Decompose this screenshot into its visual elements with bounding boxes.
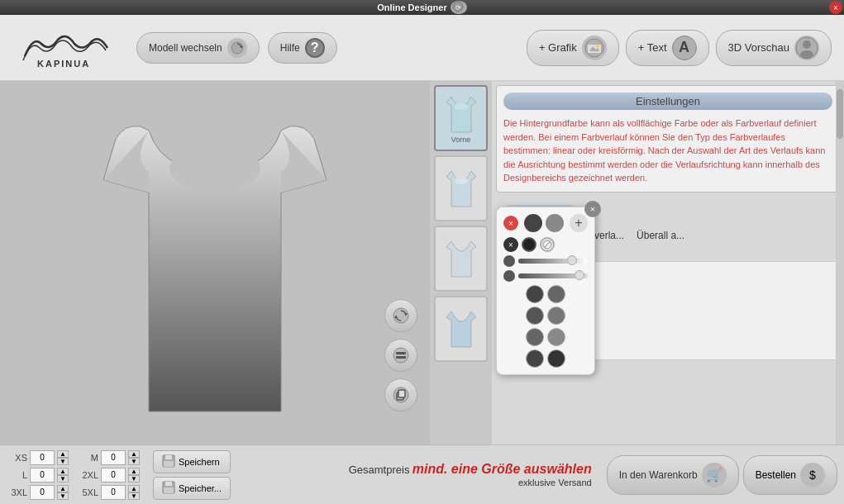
hilfe-button[interactable]: Hilfe ? — [268, 32, 337, 64]
main-container: KAPINUA DESIGNWEAR Modell wechseln Hilfe… — [0, 15, 844, 504]
ueberall-label: Überall a... — [637, 230, 684, 241]
size-row-l-2xl: L ▲ ▼ 2XL ▲ ▼ — [7, 468, 140, 483]
gesamtpreis-row: Gesamtpreis mind. eine Größe auswählen — [349, 462, 592, 477]
shirt-svg — [91, 106, 339, 420]
size-5xl-up[interactable]: ▲ — [128, 485, 140, 492]
bestellen-button[interactable]: Bestellen $ — [743, 455, 837, 495]
text-button[interactable]: + Text A — [626, 30, 709, 66]
swatch-4[interactable] — [547, 307, 565, 325]
size-xs-input[interactable] — [30, 450, 55, 465]
svg-rect-30 — [164, 487, 174, 493]
thumbnail-4[interactable] — [434, 296, 488, 362]
cp-no-sign — [540, 237, 555, 252]
bottom-action-icons — [384, 299, 417, 411]
size-m-up[interactable]: ▲ — [128, 450, 140, 458]
modell-wechseln-button[interactable]: Modell wechseln — [136, 32, 260, 64]
top-bar-title: Online Designer — [377, 2, 446, 12]
cp-slider-1[interactable] — [518, 259, 588, 264]
size-2xl-input[interactable] — [101, 468, 126, 483]
cp-color-row-2 — [503, 307, 588, 325]
header-right-buttons: + Grafik + Text A 3D Vorschau — [527, 30, 832, 66]
color-picker-close[interactable]: × — [584, 201, 601, 217]
svg-rect-18 — [396, 352, 406, 354]
cp-color-row-3 — [503, 328, 588, 346]
swatch-2[interactable] — [547, 285, 565, 303]
thumbnail-vorne[interactable]: Vorne — [434, 85, 488, 151]
cp-plus-button[interactable]: + — [570, 214, 588, 232]
size-m-stepper: ▲ ▼ — [128, 450, 140, 465]
cp-color-swatches — [503, 285, 588, 368]
size-3xl-down[interactable]: ▼ — [57, 492, 69, 500]
swatch-1[interactable] — [526, 285, 544, 303]
warenkorb-button[interactable]: In den Warenkorb 🛒 — [607, 455, 739, 495]
cp-color-row-1 — [503, 285, 588, 303]
size-m-input[interactable] — [101, 450, 126, 465]
vorschau-button[interactable]: 3D Vorschau — [716, 30, 832, 66]
scrollbar-thumb[interactable] — [837, 89, 843, 139]
size-3xl-input[interactable] — [30, 485, 55, 500]
cp-row-1: × — [503, 237, 588, 252]
size-3xl-up[interactable]: ▲ — [57, 485, 69, 492]
svg-rect-19 — [396, 356, 406, 359]
size-xs-down[interactable]: ▼ — [57, 458, 69, 465]
size-l-up[interactable]: ▲ — [57, 468, 69, 475]
ueberall-option[interactable]: Überall a... — [637, 230, 684, 241]
thumb-vorne-label: Vorne — [451, 136, 471, 144]
swatch-3[interactable] — [526, 307, 544, 325]
svg-point-9 — [596, 45, 599, 48]
size-l-down[interactable]: ▼ — [57, 475, 69, 483]
cp-slider-row-2 — [503, 270, 588, 282]
save-icon-1 — [162, 454, 175, 469]
size-2xl-down[interactable]: ▼ — [128, 475, 140, 483]
size-m-down[interactable]: ▼ — [128, 458, 140, 465]
cp-circle-dark[interactable] — [524, 214, 542, 232]
swatch-7[interactable] — [526, 349, 544, 368]
svg-point-13 — [169, 143, 260, 193]
cp-color-row-4 — [503, 349, 588, 368]
content-area: Vorne — [0, 81, 844, 445]
size-l-input[interactable] — [30, 468, 55, 483]
color-picker-popup: × × + × — [496, 207, 595, 375]
cp-circles — [524, 214, 564, 232]
right-scrollbar[interactable] — [836, 81, 844, 445]
thumbnail-3[interactable] — [434, 226, 488, 292]
size-2xl-up[interactable]: ▲ — [128, 468, 140, 475]
svg-point-23 — [455, 103, 468, 110]
cp-x-button[interactable]: × — [503, 216, 518, 231]
cart-area: In den Warenkorb 🛒 Bestellen $ — [607, 455, 837, 495]
swatch-8[interactable] — [547, 349, 565, 368]
layers-button[interactable] — [384, 339, 417, 372]
cp-sub-close[interactable]: × — [503, 237, 518, 252]
dollar-icon: $ — [800, 463, 825, 487]
save-button-1[interactable]: Speichern — [153, 450, 231, 473]
size-table: XS ▲ ▼ M ▲ ▼ L ▲ ▼ 2X — [7, 450, 140, 500]
gesamtpreis-label: Gesamtpreis — [349, 464, 410, 476]
size-xs-up[interactable]: ▲ — [57, 450, 69, 458]
cp-slider-2-thumb — [575, 270, 584, 280]
save-button-2[interactable]: Speicher... — [153, 477, 231, 500]
swatch-6[interactable] — [547, 328, 565, 346]
modell-icon — [227, 38, 247, 58]
svg-rect-22 — [398, 390, 405, 397]
swatch-5[interactable] — [526, 328, 544, 346]
copy-button[interactable] — [384, 378, 417, 411]
cp-slider-row-1 — [503, 255, 588, 267]
shirt-display — [70, 97, 360, 428]
save-label-2: Speicher... — [179, 483, 222, 493]
size-l-label: L — [7, 470, 27, 480]
grafik-button[interactable]: + Grafik — [527, 30, 619, 66]
cp-dark-swatch[interactable] — [522, 237, 536, 252]
size-l-stepper: ▲ ▼ — [57, 468, 69, 483]
shirt-panel — [0, 81, 430, 445]
grafik-label: + Grafik — [539, 41, 577, 54]
cp-circle-mid[interactable] — [546, 214, 564, 232]
cp-slider-2[interactable] — [518, 273, 588, 278]
size-5xl-down[interactable]: ▼ — [128, 492, 140, 500]
bestellen-label: Bestellen — [756, 469, 796, 481]
size-5xl-input[interactable] — [101, 485, 126, 500]
close-button[interactable]: × — [829, 1, 842, 14]
svg-rect-29 — [165, 482, 172, 486]
top-bar-logo-icon: ⟳ — [451, 1, 467, 14]
thumbnail-2[interactable] — [434, 155, 488, 221]
rotate-button[interactable] — [384, 299, 417, 332]
